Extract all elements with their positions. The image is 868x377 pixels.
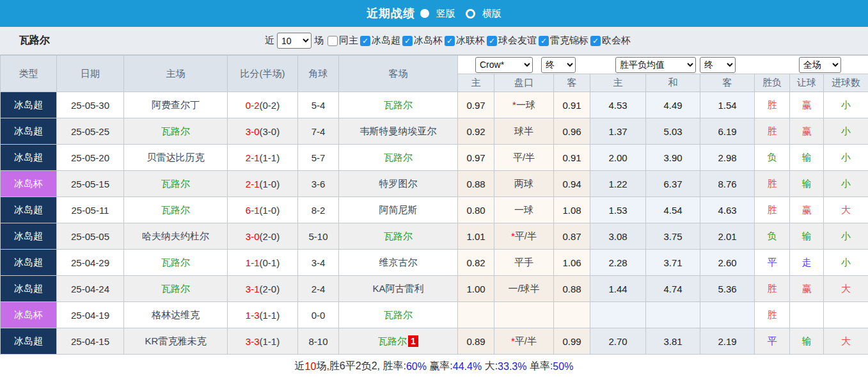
radio-horizontal-icon[interactable] [466,9,475,19]
home-team-name[interactable]: KR雷克雅未克 [145,335,207,346]
home-team-name[interactable]: 贝雷达比历克 [147,152,205,163]
home-team-name[interactable]: 瓦路尔 [161,283,190,294]
home-team-cell[interactable]: 贝雷达比历克 [124,145,228,171]
away-team-cell[interactable]: 瓦路尔 [339,92,458,118]
home-team-name[interactable]: 瓦路尔 [161,125,190,136]
result-cell: 胜 [755,118,790,145]
league-checkbox[interactable]: ✓ [445,36,455,46]
home-team-cell[interactable]: 格林达维克 [124,302,228,328]
match-scope-select[interactable]: 全场 [799,57,841,73]
summary-line: 近10场,胜6平2负2, 胜率:60% 赢率:44.4% 大:33.3% 单率:… [0,355,868,377]
avg-draw-cell: 4.49 [646,92,700,118]
corner-cell: 3-6 [298,171,339,197]
home-team-name[interactable]: 瓦路尔 [161,257,190,268]
score-cell: 2-1(1-1) [228,145,298,171]
away-team-cell[interactable]: 维京古尔 [339,250,458,276]
home-team-cell[interactable]: 阿费查尔丁 [124,92,228,118]
filter-bar: 瓦路尔 近 10 场 同主 ✓冰岛超✓冰岛杯✓冰联杯✓球会友谊✓雷克锦标✓欧会杯 [0,27,868,55]
type-cell: 冰岛超 [1,328,57,355]
score-cell: 0-2(0-2) [228,92,298,118]
league-checkbox[interactable]: ✓ [590,36,601,46]
score-cell: 1-1(0-1) [228,250,298,276]
odds-away-cell: 1.08 [554,197,590,223]
home-team-cell[interactable]: 瓦路尔 [124,250,228,276]
away-team-name[interactable]: 韦斯特曼纳埃亚尔 [360,125,437,136]
league-checkbox[interactable]: ✓ [360,36,370,46]
league-label: 球会友谊 [498,35,537,47]
league-label: 欧会杯 [602,35,631,47]
average-type-select[interactable]: 胜平负均值 [615,57,696,73]
away-team-name[interactable]: 瓦路尔 [378,335,407,346]
summary-segment: 60% [406,361,427,373]
avg-draw-cell: 3.90 [646,145,700,171]
league-label: 雷克锦标 [550,35,588,47]
away-team-name[interactable]: 瓦路尔 [384,230,413,241]
away-team-cell[interactable]: 韦斯特曼纳埃亚尔 [339,118,458,145]
handicap-result-cell [790,302,824,328]
odds-home-cell: 1.00 [458,276,494,302]
away-team-cell[interactable]: 特罗图尔 [339,171,458,197]
home-team-cell[interactable]: 哈夫纳夫约杜尔 [124,223,228,250]
handicap-result-cell: 赢 [790,118,824,145]
league-checkbox[interactable]: ✓ [402,36,413,46]
half-time-score: (3-0) [260,126,280,137]
result-cell: 负 [755,145,790,171]
avg-home-cell: 2.28 [590,250,646,276]
goals-result-cell: 小 [824,92,868,118]
odds-away-cell: 0.88 [554,276,590,302]
col-header-date: 日期 [57,56,124,92]
home-team-name[interactable]: 格林达维克 [152,309,200,320]
radio-vertical-selected-icon[interactable] [420,9,429,18]
radio-horizontal-label[interactable]: 横版 [482,8,501,20]
odds-home-cell: 0.97 [458,92,494,118]
sub-header-0: 主 [458,74,494,92]
league-checkbox[interactable]: ✓ [487,36,497,46]
handicap-text: 平/半 [515,230,537,241]
type-cell: 冰岛超 [1,145,57,171]
home-team-name[interactable]: 哈夫纳夫约杜尔 [142,230,209,241]
away-team-name[interactable]: 阿简尼斯 [379,204,418,215]
away-team-name[interactable]: 瓦路尔 [384,99,413,110]
away-team-cell[interactable]: 瓦路尔1 [339,328,458,355]
away-team-cell[interactable]: 瓦路尔 [339,223,458,250]
home-team-name[interactable]: 阿费查尔丁 [152,99,200,110]
away-team-name[interactable]: 瓦路尔 [384,309,413,320]
home-team-cell[interactable]: 瓦路尔 [124,118,228,145]
handicap-text: 平手 [514,257,533,268]
radio-vertical-label[interactable]: 竖版 [436,8,455,20]
league-checkbox[interactable]: ✓ [539,36,549,46]
summary-segment: 44.4% [453,361,482,373]
avg-home-cell: 2.70 [590,328,646,355]
same-home-checkbox[interactable] [327,36,338,46]
avg-away-cell: 6.19 [700,118,755,145]
avg-away-cell: 2.60 [700,250,755,276]
away-team-name[interactable]: 维京古尔 [379,257,418,268]
summary-segment: 10 [305,361,317,373]
average-time-select[interactable]: 终 [700,57,736,73]
home-team-cell[interactable]: 瓦路尔 [124,171,228,197]
corner-cell: 3-4 [298,250,339,276]
home-team-cell[interactable]: KR雷克雅未克 [124,328,228,355]
home-team-name[interactable]: 瓦路尔 [161,204,190,215]
corner-cell: 5-7 [298,145,339,171]
away-team-cell[interactable]: 瓦路尔 [339,302,458,328]
away-team-name[interactable]: 瓦路尔 [384,152,413,163]
result-cell: 胜 [755,92,790,118]
full-time-score: 2-1 [246,179,260,189]
recent-count-select[interactable]: 10 [277,33,312,49]
bookmaker-select[interactable]: Crow* [475,57,533,73]
home-team-cell[interactable]: 瓦路尔 [124,197,228,223]
odds-time-select[interactable]: 终 [541,57,576,73]
away-team-cell[interactable]: 阿简尼斯 [339,197,458,223]
away-team-cell[interactable]: 瓦路尔 [339,145,458,171]
away-team-name[interactable]: KA阿古雷利 [372,283,423,294]
away-team-cell[interactable]: KA阿古雷利 [339,276,458,302]
full-time-score: 3-3 [246,336,260,347]
same-home-filter: 同主 [327,35,359,47]
home-team-cell[interactable]: 瓦路尔 [124,276,228,302]
away-team-name[interactable]: 特罗图尔 [379,178,418,189]
home-team-name[interactable]: 瓦路尔 [161,178,190,189]
sub-header-6: 胜负 [755,74,790,92]
score-cell: 2-1(1-0) [228,171,298,197]
date-cell: 25-05-25 [57,118,124,145]
